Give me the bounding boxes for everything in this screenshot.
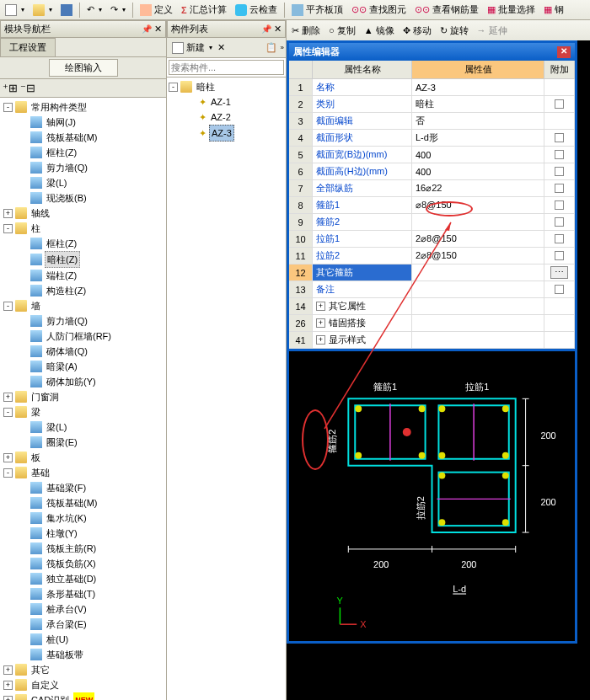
- checkbox[interactable]: [555, 184, 564, 193]
- expand-icon[interactable]: +: [316, 302, 325, 311]
- tab-project-settings[interactable]: 工程设置: [0, 38, 56, 56]
- property-editor-titlebar[interactable]: 属性编辑器 ✕: [289, 43, 575, 61]
- tree-node[interactable]: 砌体墙(Q): [2, 344, 164, 359]
- pin-icon[interactable]: 📌: [142, 24, 152, 34]
- new-file-button[interactable]: ▾: [2, 3, 28, 18]
- tree-node[interactable]: -基础: [2, 465, 164, 480]
- property-value[interactable]: [412, 265, 544, 281]
- tree-node[interactable]: 暗梁(A): [2, 359, 164, 374]
- undo-button[interactable]: ↶▾: [83, 3, 105, 17]
- copy-component-icon[interactable]: 📋: [266, 42, 277, 53]
- redo-button[interactable]: ↷▾: [107, 3, 129, 17]
- tree-toggle-icon[interactable]: +: [3, 665, 13, 675]
- tree-node[interactable]: 暗柱(Z): [2, 251, 164, 268]
- tree-toggle-icon[interactable]: -: [3, 103, 13, 112]
- tree-node[interactable]: -常用构件类型: [2, 99, 164, 115]
- tree-node[interactable]: 梁(L): [2, 175, 164, 190]
- collapse-tree-icon[interactable]: ⁻⊟: [20, 82, 35, 94]
- tree-node[interactable]: 承台梁(E): [2, 617, 164, 632]
- tree-node[interactable]: 圈梁(E): [2, 435, 164, 450]
- tree-node[interactable]: 现浇板(B): [2, 190, 164, 206]
- property-row[interactable]: 2类别暗柱: [289, 96, 575, 113]
- delete-component-icon[interactable]: ✕: [217, 42, 225, 53]
- property-row[interactable]: 26+锚固搭接: [289, 315, 575, 332]
- tree-node[interactable]: +板: [2, 450, 164, 465]
- tree-node[interactable]: ✦AZ-3: [169, 125, 284, 142]
- tree-toggle-icon[interactable]: +: [3, 696, 13, 701]
- property-row[interactable]: 10拉筋12⌀8@150: [289, 231, 575, 248]
- subtab-draw-input[interactable]: 绘图输入: [49, 59, 118, 77]
- property-value[interactable]: ⌀8@150: [412, 197, 544, 213]
- mirror-button[interactable]: ▲ 镜像: [361, 23, 398, 39]
- checkbox[interactable]: [555, 285, 564, 294]
- tree-node[interactable]: 人防门框墙(RF): [2, 329, 164, 344]
- checkbox[interactable]: [555, 99, 564, 109]
- tree-node[interactable]: 独立基础(D): [2, 571, 164, 586]
- tree-node[interactable]: 剪力墙(Q): [2, 160, 164, 175]
- pin-icon[interactable]: 📌: [261, 24, 271, 34]
- property-row[interactable]: 14+其它属性: [289, 298, 575, 315]
- tree-node[interactable]: 筏板基础(M): [2, 130, 164, 145]
- find-elem-button[interactable]: ⊙⊙ 查找图元: [348, 2, 410, 18]
- tree-node[interactable]: 筏板主筋(R): [2, 541, 164, 556]
- move-button[interactable]: ✥ 移动: [400, 23, 435, 39]
- tree-node[interactable]: 框柱(Z): [2, 236, 164, 251]
- view-rebar-button[interactable]: ⊙⊙ 查看钢筋量: [411, 2, 482, 18]
- component-tree[interactable]: -暗柱✦AZ-1✦AZ-2✦AZ-3: [167, 77, 286, 700]
- close-icon[interactable]: ✕: [154, 24, 162, 34]
- tree-node[interactable]: +CAD识别NEW: [2, 692, 164, 700]
- tree-node[interactable]: ✦AZ-2: [169, 110, 284, 125]
- property-value[interactable]: 400: [412, 147, 544, 163]
- property-row[interactable]: 6截面高(H边)(mm)400: [289, 163, 575, 180]
- tree-toggle-icon[interactable]: +: [3, 453, 13, 462]
- new-component-button[interactable]: 新建▾: [169, 40, 216, 56]
- property-value[interactable]: [412, 298, 544, 314]
- tree-node[interactable]: 集水坑(K): [2, 510, 164, 526]
- property-value[interactable]: 2⌀8@150: [412, 231, 544, 247]
- tree-node[interactable]: 构造柱(Z): [2, 283, 164, 298]
- tree-node[interactable]: +自定义: [2, 677, 164, 692]
- tree-node[interactable]: 框柱(Z): [2, 145, 164, 160]
- tree-toggle-icon[interactable]: +: [3, 681, 13, 690]
- copy-button[interactable]: ○ 复制: [325, 23, 359, 39]
- property-value[interactable]: AZ-3: [412, 79, 544, 95]
- tree-toggle-icon[interactable]: -: [3, 408, 13, 417]
- save-button[interactable]: [57, 3, 76, 18]
- tree-toggle-icon[interactable]: +: [3, 209, 13, 218]
- tree-node[interactable]: 桩(U): [2, 632, 164, 647]
- cloud-check-button[interactable]: 云检查: [232, 2, 281, 18]
- rotate-button[interactable]: ↻ 旋转: [437, 23, 472, 39]
- tree-node[interactable]: +轴线: [2, 206, 164, 221]
- sum-calc-button[interactable]: Σ 汇总计算: [178, 2, 230, 18]
- checkbox[interactable]: [555, 251, 564, 260]
- property-value[interactable]: 16⌀22: [412, 180, 544, 196]
- close-icon[interactable]: ✕: [274, 24, 282, 34]
- tree-toggle-icon[interactable]: -: [169, 83, 178, 92]
- property-row[interactable]: 4截面形状L-d形: [289, 130, 575, 147]
- tree-node[interactable]: 梁(L): [2, 419, 164, 435]
- tree-node[interactable]: 筏板负筋(X): [2, 556, 164, 571]
- tree-node[interactable]: 端柱(Z): [2, 268, 164, 283]
- property-row[interactable]: 11拉筋22⌀8@150: [289, 248, 575, 265]
- open-button[interactable]: ▾: [30, 3, 56, 18]
- tree-node[interactable]: 砌体加筋(Y): [2, 374, 164, 389]
- tree-node[interactable]: ✦AZ-1: [169, 94, 284, 110]
- property-value[interactable]: 400: [412, 163, 544, 179]
- tree-node[interactable]: 剪力墙(Q): [2, 313, 164, 329]
- expand-icon[interactable]: +: [316, 318, 325, 328]
- property-row[interactable]: 3截面编辑否: [289, 113, 575, 130]
- tree-node[interactable]: 柱墩(Y): [2, 526, 164, 541]
- rebar-button[interactable]: ▦钢: [540, 2, 567, 18]
- tree-toggle-icon[interactable]: -: [3, 224, 13, 233]
- checkbox[interactable]: [555, 217, 564, 227]
- property-row[interactable]: 9箍筋2: [289, 214, 575, 231]
- search-component-input[interactable]: [169, 60, 284, 75]
- property-row[interactable]: 1名称AZ-3: [289, 79, 575, 96]
- tree-node[interactable]: 桩承台(V): [2, 601, 164, 617]
- property-value[interactable]: 暗柱: [412, 96, 544, 112]
- close-dialog-button[interactable]: ✕: [557, 46, 571, 58]
- property-row[interactable]: 7全部纵筋16⌀22: [289, 180, 575, 197]
- tree-node[interactable]: -暗柱: [169, 79, 284, 94]
- tree-toggle-icon[interactable]: +: [3, 393, 13, 402]
- checkbox[interactable]: [555, 234, 564, 243]
